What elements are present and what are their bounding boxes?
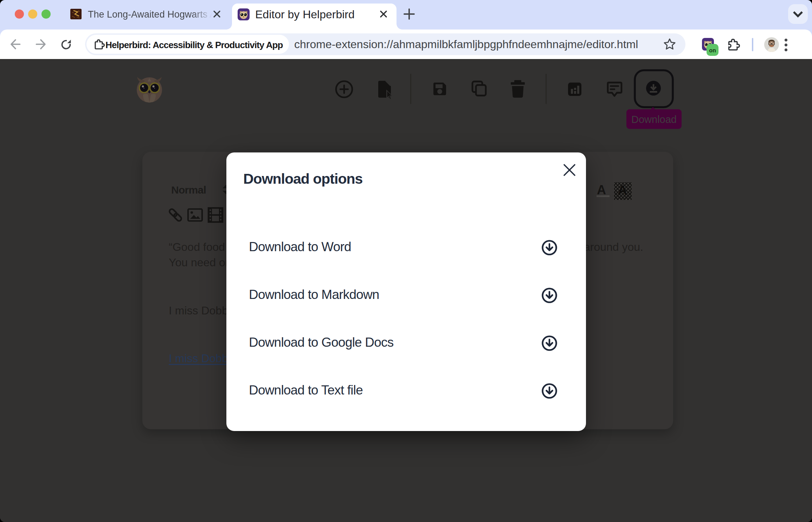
svg-text:on: on: [709, 47, 716, 53]
